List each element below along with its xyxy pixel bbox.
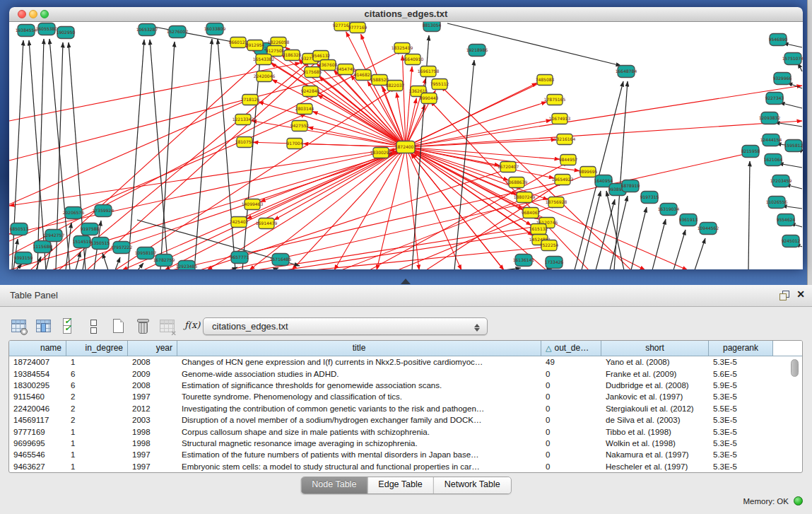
- graph-node[interactable]: 9546890: [769, 34, 788, 46]
- graph-node[interactable]: 1115686: [33, 241, 52, 253]
- graph-hub-node[interactable]: 18724007: [395, 141, 417, 153]
- graph-node[interactable]: 1615132: [529, 224, 548, 235]
- graph-node[interactable]: 1514519: [73, 236, 92, 248]
- table-settings-icon[interactable]: [10, 317, 28, 335]
- graph-node[interactable]: 9844957: [559, 155, 578, 165]
- new-table-icon[interactable]: [109, 317, 127, 335]
- graph-node[interactable]: 917004: [287, 139, 303, 149]
- graph-node[interactable]: 11026556: [766, 197, 788, 209]
- graph-node[interactable]: 7425402: [230, 217, 249, 228]
- graph-node[interactable]: 9899695: [579, 167, 598, 177]
- graph-node[interactable]: 9175685: [303, 67, 322, 78]
- graph-node[interactable]: 9197588: [81, 223, 100, 235]
- graph-node[interactable]: 8215958: [741, 146, 760, 158]
- graph-node[interactable]: 9777169: [348, 23, 367, 33]
- delete-column-icon[interactable]: ✕: [158, 317, 177, 335]
- graph-node[interactable]: 16648784: [616, 66, 637, 78]
- function-builder-icon[interactable]: ƒ(x): [183, 317, 201, 335]
- table-row[interactable]: 1872400712008Changes of HCN gene express…: [9, 356, 802, 368]
- graph-node[interactable]: 8813054: [423, 22, 442, 32]
- graph-node[interactable]: 9329966: [773, 73, 792, 85]
- close-traffic-light-icon[interactable]: [18, 10, 26, 18]
- graph-node[interactable]: 7485083: [536, 75, 555, 86]
- graph-node[interactable]: 19384554: [16, 25, 37, 37]
- graph-node[interactable]: 10674913: [549, 114, 571, 124]
- graph-node[interactable]: 16782759: [153, 255, 175, 267]
- graph-node[interactable]: 8454749: [336, 64, 355, 75]
- graph-node[interactable]: 17359924: [93, 205, 114, 217]
- graph-node[interactable]: 20206576: [63, 207, 85, 219]
- graph-node[interactable]: 7955112: [430, 79, 449, 90]
- graph-node[interactable]: 12923485: [176, 261, 198, 270]
- graph-node[interactable]: 18325419: [392, 43, 413, 54]
- graph-node[interactable]: 9245012: [782, 235, 801, 247]
- network-graph-canvas[interactable]: 1938455416055380190295010653287152760071…: [9, 22, 803, 269]
- tab-network-table[interactable]: Network Table: [433, 477, 511, 493]
- graph-node[interactable]: 15751074: [782, 53, 803, 65]
- tab-node-table[interactable]: Node Table: [301, 477, 367, 493]
- float-window-icon[interactable]: [779, 291, 789, 300]
- graph-node[interactable]: 8822037: [386, 81, 405, 91]
- graph-node[interactable]: 1350515: [91, 238, 110, 250]
- close-panel-icon[interactable]: ✕: [796, 288, 805, 300]
- column-header-in_degree[interactable]: in_degree: [66, 341, 128, 356]
- table-row[interactable]: 969969511998Structural magnetic resonanc…: [9, 438, 802, 449]
- graph-node[interactable]: 9427552: [290, 121, 310, 132]
- graph-node[interactable]: 12444154: [760, 134, 782, 146]
- graph-node[interactable]: 1810754: [235, 137, 254, 148]
- column-header-name[interactable]: name: [9, 341, 66, 356]
- graph-node[interactable]: 9197315: [640, 192, 659, 204]
- graph-node[interactable]: 17957222: [111, 242, 133, 254]
- graph-node[interactable]: 1621064: [764, 154, 783, 166]
- graph-node[interactable]: 16543382: [253, 54, 275, 65]
- graph-node[interactable]: 15276007: [167, 26, 189, 38]
- column-header-year[interactable]: year: [128, 341, 177, 356]
- column-visibility-icon[interactable]: [35, 317, 53, 335]
- graph-node[interactable]: 7522254: [540, 240, 559, 251]
- delete-table-icon[interactable]: [134, 317, 152, 335]
- select-all-icon[interactable]: [59, 317, 78, 335]
- graph-node[interactable]: 9227343: [765, 93, 784, 105]
- graph-node[interactable]: 12093832: [759, 112, 781, 124]
- graph-node[interactable]: 16136141: [513, 255, 535, 267]
- column-header-short[interactable]: short: [601, 341, 709, 356]
- graph-node[interactable]: 13216164: [554, 134, 576, 145]
- graph-node[interactable]: 10688639: [506, 177, 528, 188]
- minimize-traffic-light-icon[interactable]: [29, 10, 37, 18]
- graph-node[interactable]: 12942757: [43, 230, 65, 242]
- graph-node[interactable]: 9684067: [522, 208, 541, 218]
- graph-node[interactable]: 22420046: [254, 71, 276, 82]
- graph-node[interactable]: 9393159: [14, 252, 33, 264]
- column-header-title[interactable]: title: [177, 341, 541, 356]
- graph-node[interactable]: 6878919: [621, 180, 640, 192]
- graph-node[interactable]: 9657771: [230, 252, 249, 264]
- graph-node[interactable]: 2718126: [241, 95, 260, 105]
- table-row[interactable]: 946362711997Embryonic stem cells: a mode…: [9, 461, 802, 472]
- table-row[interactable]: 1830029562008Estimation of significance …: [9, 380, 802, 391]
- table-row[interactable]: 911546021997Tourette syndrome. Phenomeno…: [9, 391, 802, 402]
- graph-node[interactable]: 18756928: [546, 197, 567, 208]
- graph-node[interactable]: 2803144: [295, 104, 314, 115]
- graph-node[interactable]: 19654923: [552, 175, 574, 185]
- graph-node[interactable]: 10944562: [698, 223, 719, 235]
- table-scrollbar-thumb[interactable]: [791, 359, 799, 377]
- graph-node[interactable]: 9361913: [679, 214, 698, 226]
- graph-node[interactable]: 8990443: [420, 93, 439, 104]
- graph-node[interactable]: 19218986: [466, 45, 488, 57]
- tab-edge-table[interactable]: Edge Table: [367, 477, 433, 493]
- graph-node[interactable]: 16720407: [498, 162, 519, 173]
- graph-node[interactable]: 9554624: [777, 214, 796, 226]
- graph-node[interactable]: 18807249: [514, 192, 536, 203]
- graph-node[interactable]: 1733426: [545, 257, 564, 269]
- graph-node[interactable]: 16033809: [204, 23, 226, 35]
- graph-node[interactable]: 1595812: [784, 140, 803, 152]
- panel-resize-grip[interactable]: [401, 279, 411, 284]
- graph-node[interactable]: 16055380: [36, 23, 58, 35]
- graph-node[interactable]: 17875165: [544, 95, 566, 105]
- graph-node[interactable]: 8660123: [229, 37, 248, 48]
- graph-node[interactable]: 9242848: [301, 86, 320, 97]
- graph-node[interactable]: 8186328: [283, 50, 302, 61]
- graph-node[interactable]: 17203459: [770, 175, 792, 187]
- table-row[interactable]: 1456911722003Disruption of a novel membe…: [9, 414, 802, 426]
- graph-node[interactable]: 8912954: [246, 40, 265, 51]
